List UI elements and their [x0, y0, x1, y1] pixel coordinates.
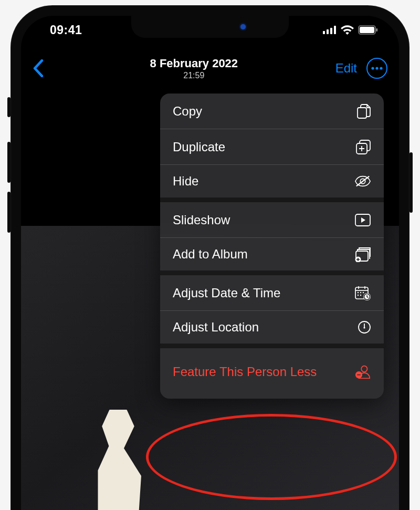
- svg-marker-17: [361, 217, 365, 223]
- slideshow-icon: [354, 213, 371, 227]
- menu-item-adjust-date-time[interactable]: Adjust Date & Time: [160, 275, 384, 311]
- duplicate-icon: [354, 139, 371, 155]
- menu-item-slideshow[interactable]: Slideshow: [160, 202, 384, 238]
- svg-rect-1: [327, 29, 329, 34]
- camera-indicator: [240, 24, 246, 29]
- menu-item-label: Hide: [173, 165, 354, 197]
- svg-rect-5: [360, 27, 374, 33]
- cellular-icon: [323, 26, 337, 34]
- status-icons: [323, 25, 378, 35]
- hide-icon: [354, 175, 371, 188]
- battery-icon: [358, 25, 378, 35]
- svg-rect-3: [334, 26, 336, 34]
- menu-item-label: Slideshow: [173, 204, 354, 236]
- add-to-album-icon: [354, 246, 371, 262]
- menu-item-add-to-album[interactable]: Add to Album: [160, 238, 384, 275]
- menu-item-label: Copy: [173, 95, 354, 128]
- nav-title-time: 21:59: [56, 71, 332, 80]
- svg-rect-2: [330, 28, 332, 34]
- svg-rect-0: [323, 31, 325, 34]
- location-icon: [354, 320, 371, 334]
- nav-bar: 8 February 2022 21:59 Edit: [21, 51, 399, 85]
- calendar-clock-icon: [354, 285, 371, 301]
- photo-content: [89, 410, 147, 510]
- menu-item-label: Feature This Person Less: [173, 356, 354, 388]
- nav-title: 8 February 2022 21:59: [56, 57, 335, 80]
- notch: [131, 16, 289, 38]
- status-time: 09:41: [50, 23, 82, 37]
- menu-item-copy[interactable]: Copy: [160, 93, 384, 129]
- svg-point-27: [360, 292, 361, 293]
- context-menu: Copy Duplicate Hide Slideshow: [160, 93, 384, 399]
- svg-point-35: [363, 327, 365, 328]
- svg-point-28: [363, 292, 364, 293]
- svg-point-29: [358, 294, 359, 295]
- svg-point-7: [371, 67, 374, 69]
- menu-item-adjust-location[interactable]: Adjust Location: [160, 311, 384, 348]
- side-button: [410, 152, 413, 213]
- svg-point-26: [358, 292, 359, 293]
- more-button[interactable]: [366, 58, 387, 79]
- svg-point-9: [380, 67, 382, 69]
- side-button: [7, 97, 10, 117]
- menu-item-label: Duplicate: [173, 131, 354, 163]
- menu-item-label: Add to Album: [173, 238, 354, 270]
- svg-point-30: [360, 294, 361, 295]
- nav-title-date: 8 February 2022: [56, 57, 332, 70]
- svg-rect-6: [376, 28, 378, 32]
- menu-item-duplicate[interactable]: Duplicate: [160, 129, 384, 165]
- screen: 09:41 8 February 2022 21:59 Edit: [21, 16, 399, 510]
- person-minus-icon: [354, 365, 371, 379]
- svg-rect-10: [358, 108, 366, 118]
- menu-item-label: Adjust Date & Time: [173, 277, 354, 309]
- menu-item-hide[interactable]: Hide: [160, 165, 384, 202]
- svg-point-36: [361, 366, 367, 372]
- side-button: [7, 192, 10, 233]
- copy-icon: [354, 103, 371, 119]
- edit-button[interactable]: Edit: [335, 61, 357, 76]
- side-button: [7, 142, 10, 183]
- menu-item-feature-person-less[interactable]: Feature This Person Less: [160, 348, 384, 399]
- menu-item-label: Adjust Location: [173, 311, 354, 344]
- device-frame: 09:41 8 February 2022 21:59 Edit: [10, 5, 410, 510]
- ellipsis-icon: [371, 67, 383, 70]
- back-button[interactable]: [33, 59, 56, 77]
- wifi-icon: [341, 25, 354, 35]
- svg-point-8: [375, 67, 378, 69]
